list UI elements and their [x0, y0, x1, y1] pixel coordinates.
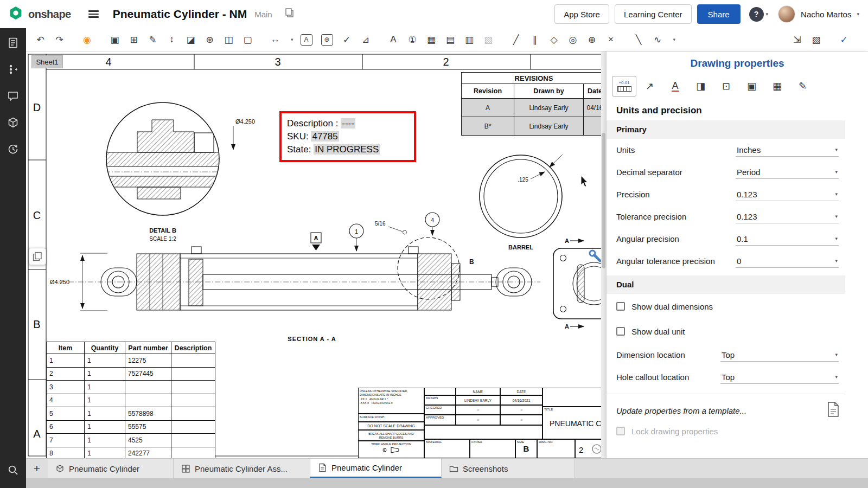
show-dual-unit-checkbox[interactable]	[616, 327, 625, 336]
decimal-separator-select[interactable]: Period▾	[736, 166, 839, 179]
dimension-style-icon: ↗	[646, 80, 654, 92]
crop-view-icon[interactable]: ▢	[239, 31, 257, 48]
gdt-icon[interactable]: ⊕	[321, 34, 333, 46]
precision-select[interactable]: 0.123▾	[736, 188, 839, 201]
user-avatar[interactable]	[778, 5, 795, 23]
text-icon[interactable]: A	[385, 31, 403, 48]
balloon-icon[interactable]: ①	[404, 31, 422, 48]
tolerance-precision-select[interactable]: 0.123▾	[736, 210, 839, 223]
table-icon[interactable]: ▦	[423, 31, 441, 48]
weld-symbol-icon[interactable]: ⊿	[357, 31, 375, 48]
section-view[interactable]: Ø4.250 B	[50, 213, 540, 342]
insert-view-icon[interactable]: ▣	[106, 31, 124, 48]
end-view[interactable]: A A	[553, 237, 606, 330]
drawing-canvas[interactable]: 4 3 2 D C B A Ø4.250	[26, 52, 606, 458]
move-view-icon[interactable]: ↕	[163, 31, 181, 48]
tab-text-style[interactable]: A	[663, 76, 687, 97]
share-button[interactable]: Share	[697, 4, 741, 24]
tab-part-studio[interactable]: Pneumatic Cylinder	[48, 459, 174, 478]
auxiliary-view-icon[interactable]: ◫	[220, 31, 238, 48]
scrollbar-thumb[interactable]	[602, 133, 605, 268]
barrel-view[interactable]: .125 BARREL	[480, 155, 563, 251]
redo-icon[interactable]: ↷	[50, 31, 68, 48]
search-icon[interactable]	[7, 464, 19, 478]
tab-frame-style[interactable]: ▣	[739, 76, 764, 97]
update-from-template-link[interactable]: Update properties from a template...	[616, 406, 746, 415]
hole-table-icon[interactable]: ▥	[461, 31, 478, 48]
user-name[interactable]: Nacho Martos	[801, 10, 851, 19]
angular-precision-select[interactable]: 0.1▾	[736, 233, 839, 246]
surface-finish-icon[interactable]: ✓	[338, 31, 356, 48]
circle-add-icon[interactable]: ⊕	[583, 31, 601, 48]
sheet-settings-icon[interactable]: ⊞	[125, 31, 143, 48]
chevron-down-icon[interactable]: ▾	[291, 37, 293, 42]
centerline-icon[interactable]: ∥	[526, 31, 544, 48]
app-store-button[interactable]: App Store	[554, 4, 609, 24]
undo-icon[interactable]: ↶	[31, 31, 49, 48]
edit-sheet-icon[interactable]: ✎	[144, 31, 162, 48]
sketch-line-icon[interactable]: ╲	[630, 31, 648, 48]
tab-table-style[interactable]: ▦	[765, 76, 789, 97]
circle-tool-icon[interactable]: ◎	[564, 31, 582, 48]
show-dual-dimensions-checkbox[interactable]	[616, 302, 625, 311]
canvas-scrollbar[interactable]	[601, 52, 606, 458]
template-doc-icon[interactable]	[827, 402, 840, 419]
hole-callout-location-select[interactable]: Top▾	[720, 371, 839, 384]
help-icon[interactable]: ?	[749, 7, 764, 22]
projected-view-icon[interactable]: ⊛	[201, 31, 219, 48]
hamburger-menu-icon[interactable]	[88, 9, 99, 20]
parts-cube-icon[interactable]	[7, 117, 19, 131]
units-select[interactable]: Inches▾	[736, 144, 839, 157]
tab-dimension-style[interactable]: ↗	[637, 76, 662, 97]
bom-table[interactable]: Item Quantity Part number Description 1 …	[46, 342, 215, 458]
stamp-icon	[591, 444, 602, 454]
sheets-panel-toggle[interactable]	[29, 248, 46, 265]
tab-units-precision[interactable]: +0.01	[612, 76, 636, 97]
precision-row: Precision 0.123▾	[607, 183, 845, 206]
title-block[interactable]: UNLESS OTHERWISE SPECIFIED, DIMENSIONS A…	[358, 388, 606, 458]
bom-table-icon[interactable]: ▤	[442, 31, 459, 48]
text-style-icon: A	[672, 81, 678, 92]
properties-callout[interactable]: Description : ---- SKU: 47785 State: IN …	[279, 111, 416, 162]
finish-sketch-icon[interactable]: ✓	[835, 31, 853, 48]
insert-icon[interactable]	[7, 63, 19, 78]
tab-assembly[interactable]: Pneumatic Cylinder Ass...	[174, 459, 310, 478]
tab-drawing[interactable]: Pneumatic Cylinder	[310, 459, 442, 478]
onshape-logo-icon[interactable]	[9, 6, 23, 22]
tab-annotation-style[interactable]: ⊡	[714, 76, 738, 97]
tab-object-defaults[interactable]: ✎	[790, 76, 815, 97]
drawing-title: PNEUMATIC C	[543, 412, 605, 428]
copy-workspace-icon[interactable]	[284, 8, 295, 21]
history-icon[interactable]	[7, 143, 19, 157]
dimension-icon[interactable]: ↔	[266, 31, 284, 48]
document-title[interactable]: Pneumatic Cylinder - NM	[113, 8, 247, 21]
export-dxf-icon[interactable]: ⇲	[788, 31, 806, 48]
revision-row: A Lindsay Early 04/16	[462, 99, 606, 117]
dimension-location-select[interactable]: Top▾	[720, 349, 839, 362]
detail-view[interactable]: Ø4.250 DETAIL B SCALE 1:2	[105, 102, 255, 242]
export-image-icon[interactable]: ▧	[807, 31, 825, 48]
shape-tool-icon[interactable]: ◇	[545, 31, 563, 48]
line-tool-icon[interactable]: ╱	[507, 31, 525, 48]
angular-tolerance-select[interactable]: 0▾	[736, 255, 839, 268]
chevron-down-icon[interactable]: ▾	[857, 11, 859, 17]
section-view-icon[interactable]: ◪	[182, 31, 200, 48]
image-icon[interactable]: ▧	[480, 31, 497, 48]
tab-view-style[interactable]: ◨	[688, 76, 713, 97]
comments-icon[interactable]	[7, 90, 19, 104]
trim-icon[interactable]: ×	[602, 31, 620, 48]
update-drawing-icon[interactable]: ◉	[78, 31, 96, 48]
spline-icon[interactable]: ∿	[649, 31, 667, 48]
zone-label: C	[33, 209, 41, 221]
note-icon[interactable]: A	[301, 34, 312, 46]
workspace-label[interactable]: Main	[254, 10, 272, 19]
tab-screenshots[interactable]: Screenshots	[442, 459, 575, 478]
help-menu[interactable]: ? ▾	[749, 7, 769, 22]
revisions-table[interactable]: REVISIONS Revision Drawn by Date A Linds…	[461, 72, 606, 136]
learning-center-button[interactable]: Learning Center	[615, 4, 692, 24]
chevron-down-icon[interactable]: ▾	[673, 37, 676, 42]
add-tab-button[interactable]: +	[26, 459, 48, 478]
sheet-tab[interactable]: Sheet1	[31, 55, 63, 68]
sheet-list-icon[interactable]	[7, 37, 19, 51]
defaults-icon: ✎	[799, 80, 807, 92]
